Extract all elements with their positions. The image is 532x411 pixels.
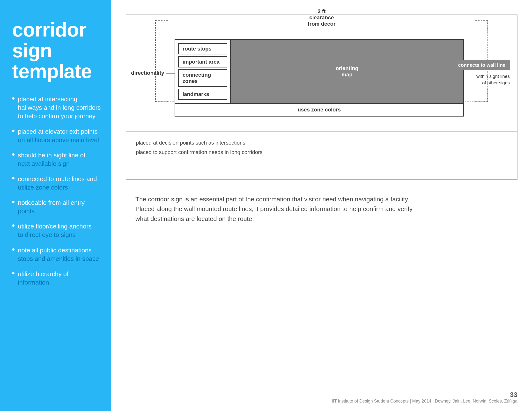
bullet-text: utilize hierarchy ofinformation: [18, 270, 69, 287]
bullet-text: should be in sight line ofnext available…: [18, 151, 85, 168]
left-panel: corridor sign template placed at interse…: [0, 0, 111, 411]
corner-br: [475, 89, 487, 102]
bullet-item-2: should be in sight line ofnext available…: [12, 151, 102, 168]
credits: IIT Institute of Design Student Concepts…: [332, 399, 517, 404]
corner-tr: [475, 20, 487, 32]
right-panel: 2 ft clearance from decor directionality: [111, 0, 532, 411]
bullet-text: noticeable from all entrypoints: [18, 198, 85, 215]
bullet-text: placed at elevator exit pointson all flo…: [18, 127, 99, 144]
info-text-2: placed to support confirmation needs in …: [136, 148, 507, 156]
description-text: The corridor sign is an essential part o…: [135, 194, 426, 224]
bullet-dot: [12, 248, 15, 251]
sign-label-1: important area: [178, 56, 227, 67]
corner-bl: [156, 89, 168, 102]
sign-map-area: orienting map: [231, 40, 463, 103]
sign-content: route stopsimportant areaconnecting zone…: [175, 40, 463, 103]
wall-connect-area: connects to wall line within sight lines…: [454, 60, 510, 86]
bullet-item-7: utilize hierarchy ofinformation: [12, 270, 102, 287]
bullet-dot: [12, 272, 15, 274]
sign-label-0: route stops: [178, 43, 227, 54]
bullet-text: note all public destinationsstops and am…: [18, 246, 99, 263]
bullet-dot: [12, 130, 15, 132]
bullet-dot: [12, 97, 15, 100]
bullet-dot: [12, 153, 15, 156]
page-number: 33: [332, 391, 517, 399]
wall-connect-box: connects to wall line: [454, 60, 510, 70]
bullet-list: placed at intersecting hallways and in l…: [12, 95, 102, 287]
diagram-container: 2 ft clearance from decor directionality: [126, 15, 517, 180]
clearance-label: 2 ft clearance from decor: [308, 8, 336, 27]
bullet-dot: [12, 201, 15, 203]
bullet-item-1: placed at elevator exit pointson all flo…: [12, 127, 102, 144]
bullet-dot: [12, 177, 15, 179]
bullet-item-0: placed at intersecting hallways and in l…: [12, 95, 102, 120]
bullet-text: utilize floor/ceiling anchorsto direct e…: [18, 222, 92, 239]
sign-map-label: orienting map: [336, 65, 358, 78]
sign-label-3: landmarks: [178, 89, 227, 100]
bullet-dot: [12, 224, 15, 227]
bullet-item-4: noticeable from all entrypoints: [12, 198, 102, 215]
footer: 33 IIT Institute of Design Student Conce…: [332, 391, 517, 404]
directionality-label: directionality: [131, 70, 181, 76]
diagram-bottom: placed at decision points such as inters…: [126, 131, 517, 179]
sign-frame: route stopsimportant areaconnecting zone…: [175, 39, 464, 117]
sign-label-2: connecting zones: [178, 69, 227, 87]
uses-zone-bar: uses zone colors: [175, 103, 463, 116]
wall-connect-sub: within sight lines of other signs: [454, 73, 510, 86]
main-title: corridor sign template: [12, 19, 102, 82]
description-area: The corridor sign is an essential part o…: [126, 180, 517, 228]
diagram-top: 2 ft clearance from decor directionality: [126, 15, 517, 131]
bullet-item-3: connected to route lines andutilize zone…: [12, 175, 102, 192]
info-text-1: placed at decision points such as inters…: [136, 139, 507, 147]
corner-tl: [156, 20, 168, 32]
sign-labels-col: route stopsimportant areaconnecting zone…: [175, 40, 231, 103]
bullet-item-6: note all public destinationsstops and am…: [12, 246, 102, 263]
bullet-text: placed at intersecting hallways and in l…: [18, 95, 102, 120]
bullet-text: connected to route lines andutilize zone…: [18, 175, 97, 192]
bullet-item-5: utilize floor/ceiling anchorsto direct e…: [12, 222, 102, 239]
